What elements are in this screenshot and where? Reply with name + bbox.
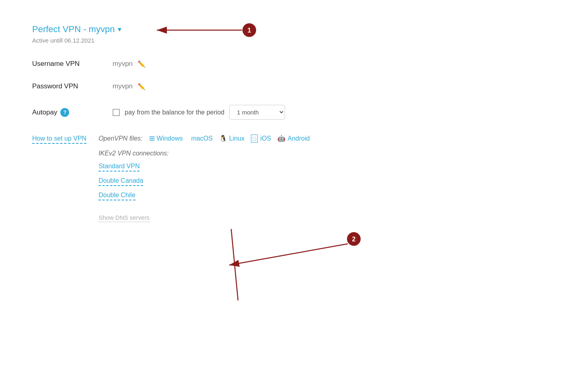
ios-icon: □ — [251, 135, 257, 143]
ikev2-label: IKEv2 VPN connections: — [99, 150, 330, 157]
windows-label: Windows — [157, 135, 183, 142]
double-canada-link[interactable]: Double Canada — [99, 177, 143, 186]
username-value: myvpn — [113, 60, 133, 68]
windows-link[interactable]: ⊞ Windows — [149, 134, 183, 143]
username-label: Username VPN — [32, 60, 113, 68]
macos-label: macOS — [191, 135, 212, 142]
password-label: Password VPN — [32, 82, 113, 90]
openvpn-label: OpenVPN files: — [99, 135, 142, 142]
edit-password-icon[interactable]: ✏️ — [138, 83, 146, 90]
windows-icon: ⊞ — [149, 134, 155, 143]
how-to-setup-link[interactable]: How to set up VPN — [32, 135, 86, 144]
active-until-text: Active untill 06.12.2021 — [32, 37, 330, 44]
autopay-help-icon[interactable]: ? — [60, 108, 69, 117]
linux-label: Linux — [229, 135, 244, 142]
period-select[interactable]: 1 month 3 months 6 months 12 months — [229, 105, 285, 120]
ios-link[interactable]: □ iOS — [251, 135, 271, 143]
ios-label: iOS — [261, 135, 271, 142]
linux-link[interactable]: 🐧 Linux — [219, 135, 244, 142]
vpn-title[interactable]: Perfect VPN - myvpn — [32, 24, 115, 35]
password-value: myvpn — [113, 82, 133, 90]
standard-vpn-link[interactable]: Standard VPN — [99, 163, 140, 172]
autopay-checkbox-label: pay from the balance for the period — [125, 109, 224, 116]
linux-icon: 🐧 — [219, 135, 227, 142]
android-link[interactable]: 🤖 Android — [277, 135, 310, 142]
edit-username-icon[interactable]: ✏️ — [138, 60, 146, 68]
autopay-checkbox[interactable] — [113, 109, 120, 116]
double-chile-link[interactable]: Double Chile — [99, 192, 135, 200]
show-dns-link[interactable]: Show DNS servers — [99, 214, 150, 222]
android-icon: 🤖 — [277, 135, 285, 142]
macos-link[interactable]: macOS — [189, 135, 212, 142]
autopay-label: Autopay — [32, 108, 57, 116]
chevron-down-icon[interactable]: ▾ — [118, 25, 121, 34]
android-label: Android — [287, 135, 310, 142]
